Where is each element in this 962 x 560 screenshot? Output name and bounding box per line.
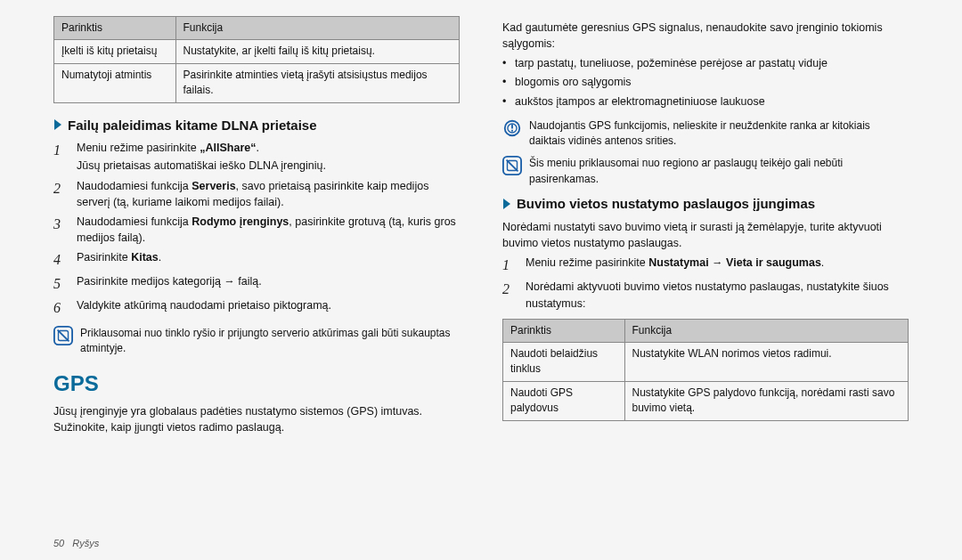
page-number: 50 xyxy=(53,538,64,548)
note-block-info: Šis meniu priklausomai nuo regiono ar pa… xyxy=(502,156,909,187)
note-block-warn: Naudojantis GPS funkcijomis, nelieskite … xyxy=(502,118,909,150)
step-bold: Kitas xyxy=(131,251,159,264)
options-table-1: Parinktis Funkcija Įkelti iš kitų prieta… xyxy=(53,16,460,103)
left-column: Parinktis Funkcija Įkelti iš kitų prieta… xyxy=(53,16,460,439)
gps-intro: Kad gautumėte geresnius GPS signalus, ne… xyxy=(502,20,909,52)
note-text: Priklausomai nuo tinklo ryšio ir prijung… xyxy=(80,326,460,357)
table-header-func: Funkcija xyxy=(175,17,460,40)
list-item: blogomis oro sąlygomis xyxy=(502,74,909,90)
right-column: Kad gautumėte geresnius GPS signalus, ne… xyxy=(502,16,909,439)
step-item: Valdykite atkūrimą naudodami prietaiso p… xyxy=(53,297,460,318)
step-bold: Nustatymai xyxy=(648,256,708,269)
svg-rect-5 xyxy=(511,129,513,131)
gps-desc: Jūsų įrenginyje yra globalaus padėties n… xyxy=(53,403,460,435)
footer-section: Ryšys xyxy=(72,538,99,548)
step-bold: Serveris xyxy=(192,180,235,192)
chevron-right-icon xyxy=(53,118,64,131)
step-item: Naudodamiesi funkcija Rodymo įrenginys, … xyxy=(53,214,460,246)
chevron-right-icon xyxy=(502,198,513,210)
step-text: Naudodamiesi funkcija xyxy=(77,180,192,192)
dlna-steps: Meniu režime pasirinkite „AllShare“. Jūs… xyxy=(53,140,460,318)
table-header-option: Parinktis xyxy=(503,319,625,342)
step-item: Naudodamiesi funkcija Serveris, savo pri… xyxy=(53,178,460,210)
note-info-icon xyxy=(53,326,73,345)
option-cell: Įkelti iš kitų prietaisų xyxy=(54,40,176,63)
section-head-locate: Buvimo vietos nustatymo paslaugos įjungi… xyxy=(502,194,909,214)
step-text: Naudodamiesi funkcija xyxy=(77,215,192,228)
section-title: Buvimo vietos nustatymo paslaugos įjungi… xyxy=(517,194,815,214)
section-title: Failų paleidimas kitame DLNA prietaise xyxy=(68,116,317,135)
step-sub: Jūsų prietaisas automatiškai ieško DLNA … xyxy=(77,158,460,174)
step-item: Pasirinkite medijos kategoriją → failą. xyxy=(53,273,460,294)
step-text: Norėdami aktyvuoti buvimo vietos nustaty… xyxy=(526,280,889,309)
option-cell: Naudoti belaidžius tinklus xyxy=(503,343,625,382)
step-text: . xyxy=(821,256,824,269)
list-item: aukštos įtampos ar elektromagnetiniuose … xyxy=(502,93,909,110)
note-info-icon xyxy=(502,156,522,175)
step-text: Meniu režime pasirinkite xyxy=(77,142,200,154)
table-header-func: Funkcija xyxy=(624,319,909,342)
table-header-row: Parinktis Funkcija xyxy=(503,319,909,342)
step-text: Meniu režime pasirinkite xyxy=(526,256,648,269)
note-text: Šis meniu priklausomai nuo regiono ar pa… xyxy=(529,156,909,187)
page-footer: 50 Ryšys xyxy=(53,537,99,551)
table-header-option: Parinktis xyxy=(54,17,176,40)
table-row: Numatytoji atmintis Pasirinkite atmintie… xyxy=(54,63,460,102)
option-cell: Numatytoji atmintis xyxy=(54,63,176,102)
step-bold: Rodymo įrenginys xyxy=(192,215,289,228)
func-cell: Nustatykite, ar įkelti failų iš kitų pri… xyxy=(175,40,460,63)
step-bold: Vieta ir saugumas xyxy=(726,256,821,269)
step-item: Pasirinkite Kitas. xyxy=(53,249,460,270)
note-block: Priklausomai nuo tinklo ryšio ir prijung… xyxy=(53,326,460,357)
step-item: Norėdami aktyvuoti buvimo vietos nustaty… xyxy=(502,279,909,311)
svg-rect-4 xyxy=(511,125,513,129)
gps-title: GPS xyxy=(53,369,460,400)
table-row: Naudoti GPS palydovus Nustatykite GPS pa… xyxy=(503,381,909,420)
note-text: Naudojantis GPS funkcijomis, nelieskite … xyxy=(529,118,909,150)
step-text: . xyxy=(256,142,258,154)
locate-desc: Norėdami nustatyti savo buvimo vietą ir … xyxy=(502,219,909,251)
func-cell: Nustatykite GPS palydovo funkciją, norėd… xyxy=(624,381,909,420)
options-table-2: Parinktis Funkcija Naudoti belaidžius ti… xyxy=(502,319,909,421)
step-item: Meniu režime pasirinkite Nustatymai → Vi… xyxy=(502,255,909,275)
step-text: Pasirinkite xyxy=(77,251,131,264)
section-head-dlna: Failų paleidimas kitame DLNA prietaise xyxy=(53,116,460,135)
step-text: . xyxy=(159,251,161,264)
warning-icon xyxy=(502,118,522,138)
arrow-text: → xyxy=(709,256,726,269)
func-cell: Nustatykite WLAN norimos vietos radimui. xyxy=(624,343,909,382)
step-item: Meniu režime pasirinkite „AllShare“. Jūs… xyxy=(53,140,460,174)
locate-steps: Meniu režime pasirinkite Nustatymai → Vi… xyxy=(502,255,909,311)
step-text: Pasirinkite medijos kategoriją → failą. xyxy=(77,275,262,288)
table-row: Naudoti belaidžius tinklus Nustatykite W… xyxy=(503,343,909,382)
func-cell: Pasirinkite atminties vietą įrašyti atsi… xyxy=(175,63,460,102)
list-item: tarp pastatų, tuneliuose, požeminėse per… xyxy=(502,55,909,71)
step-text: Valdykite atkūrimą naudodami prietaiso p… xyxy=(77,299,331,312)
gps-condition-list: tarp pastatų, tuneliuose, požeminėse per… xyxy=(502,55,909,109)
table-row: Įkelti iš kitų prietaisų Nustatykite, ar… xyxy=(54,40,460,63)
step-bold: „AllShare“ xyxy=(200,142,256,154)
option-cell: Naudoti GPS palydovus xyxy=(503,381,625,420)
table-header-row: Parinktis Funkcija xyxy=(54,17,460,40)
page-columns: Parinktis Funkcija Įkelti iš kitų prieta… xyxy=(53,16,909,439)
